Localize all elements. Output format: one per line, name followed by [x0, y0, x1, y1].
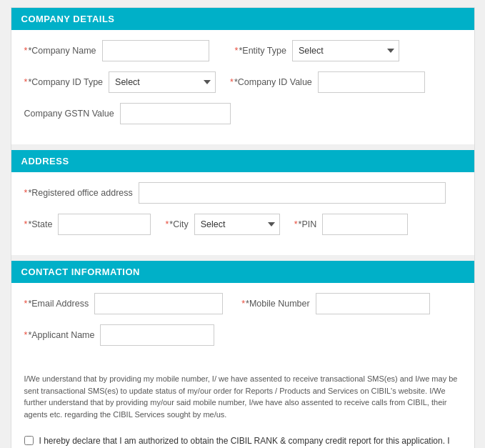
email-input[interactable] [94, 293, 223, 314]
reg-address-row: *Registered office address [24, 182, 461, 204]
entity-type-select[interactable]: Select Private Limited Public Limited Pa… [292, 40, 399, 61]
section-gap-1 [11, 144, 474, 150]
entity-type-label: *Entity Type [235, 46, 286, 56]
company-name-entity-row: *Company Name *Entity Type Select Privat… [24, 40, 461, 61]
form-container: COMPANY DETAILS *Company Name *Entity Ty… [11, 7, 475, 448]
mobile-input[interactable] [316, 293, 430, 314]
gstn-row: Company GSTN Value [24, 103, 461, 124]
declaration-part1: I hereby declare that I am authorized to… [39, 436, 450, 448]
contact-info-header: CONTACT INFORMATION [11, 261, 474, 283]
declaration-row: I hereby declare that I am authorized to… [11, 430, 474, 448]
gstn-input[interactable] [120, 103, 231, 124]
pin-input[interactable] [322, 214, 408, 235]
company-id-value-label: *Company ID Value [230, 77, 312, 87]
email-mobile-row: *Email Address *Mobile Number [24, 293, 461, 314]
contact-info-body: *Email Address *Mobile Number *Applicant… [11, 283, 474, 366]
address-body: *Registered office address *State *City … [11, 172, 474, 255]
declaration-checkbox[interactable] [24, 436, 34, 445]
company-name-input[interactable] [102, 40, 209, 61]
reg-address-label: *Registered office address [24, 188, 133, 198]
section-gap-2 [11, 255, 474, 261]
state-label: *State [24, 219, 53, 229]
company-id-value-input[interactable] [318, 71, 425, 93]
gstn-label: Company GSTN Value [24, 109, 114, 119]
disclaimer-text: I/We understand that by providing my mob… [24, 373, 461, 420]
mobile-label: *Mobile Number [241, 299, 310, 309]
city-select[interactable]: Select Mumbai Delhi Bangalore Chennai Hy… [194, 214, 280, 235]
company-name-label: *Company Name [24, 46, 96, 56]
company-id-type-label: *Company ID Type [24, 77, 104, 87]
applicant-name-input[interactable] [100, 324, 214, 346]
pin-label: *PIN [294, 219, 317, 229]
applicant-row: *Applicant Name [24, 324, 461, 346]
applicant-label: *Applicant Name [24, 330, 95, 340]
company-id-type-select[interactable]: Select CIN LLPIN Partnership Firm ID Sol… [109, 71, 216, 93]
reg-address-input[interactable] [139, 182, 446, 204]
address-header: ADDRESS [11, 150, 474, 172]
company-id-row: *Company ID Type Select CIN LLPIN Partne… [24, 71, 461, 93]
state-input[interactable] [58, 214, 151, 235]
email-label: *Email Address [24, 299, 89, 309]
city-label: *City [165, 219, 188, 229]
company-details-body: *Company Name *Entity Type Select Privat… [11, 30, 474, 144]
declaration-text: I hereby declare that I am authorized to… [39, 434, 461, 448]
state-city-pin-row: *State *City Select Mumbai Delhi Bangalo… [24, 214, 461, 235]
company-details-header: COMPANY DETAILS [11, 8, 474, 30]
